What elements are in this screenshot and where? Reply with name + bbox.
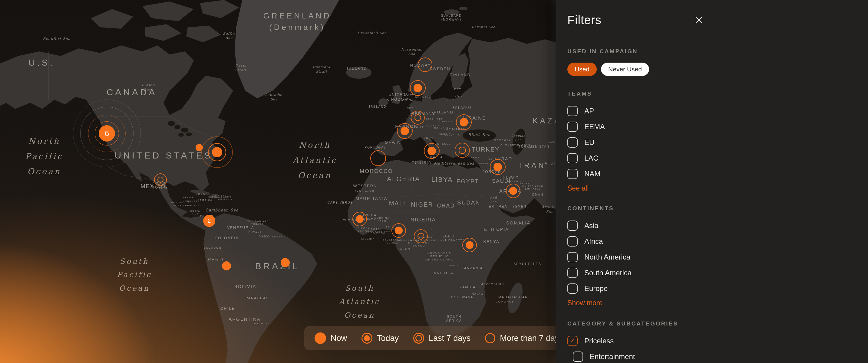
checkbox-icon[interactable] — [567, 252, 578, 262]
teams-list: APEEMAEULACNAM — [567, 103, 868, 182]
checkbox-label: Asia — [584, 222, 598, 230]
filters-panel: Filters USED IN CAMPAIGN UsedNever Used … — [556, 0, 868, 363]
team-ap[interactable]: AP — [567, 103, 868, 119]
marker-dot — [466, 241, 473, 249]
checkbox-icon[interactable] — [567, 106, 578, 116]
checkbox-label: North America — [584, 253, 630, 261]
legend-older-icon — [485, 333, 495, 343]
checkbox-icon[interactable] — [567, 122, 578, 132]
section-teams: TEAMS — [567, 91, 868, 97]
show-more-link[interactable]: Show more — [567, 299, 602, 307]
cluster-count: 2 — [208, 218, 211, 224]
team-eema[interactable]: EEMA — [567, 119, 868, 135]
checkbox-label: Entertainment — [590, 353, 635, 361]
pill-never-used[interactable]: Never Used — [601, 63, 649, 76]
checkbox-icon[interactable] — [567, 268, 578, 278]
world-map[interactable]: North Pacific OceanNorth Atlantic OceanS… — [0, 0, 556, 363]
checkbox-label: Priceless — [584, 337, 614, 345]
section-used-in-campaign: USED IN CAMPAIGN — [567, 48, 868, 55]
used-pills: UsedNever Used — [567, 63, 868, 76]
marker-dot — [428, 147, 436, 155]
checkbox-label: NAM — [584, 170, 600, 178]
checkbox-label: South America — [584, 269, 631, 277]
section-continents: CONTINENTS — [567, 205, 868, 212]
marker-ring — [418, 58, 432, 72]
legend-item-now: Now — [315, 332, 347, 344]
continent-europe[interactable]: Europe — [567, 281, 868, 296]
app: North Pacific OceanNorth Atlantic OceanS… — [0, 0, 868, 363]
team-nam[interactable]: NAM — [567, 166, 868, 182]
continent-north-america[interactable]: North America — [567, 249, 868, 265]
legend-item-today: Today — [362, 333, 399, 344]
legend-label: Last 7 days — [429, 334, 470, 343]
marker-dot — [509, 187, 517, 195]
checkbox-icon[interactable] — [567, 236, 578, 246]
continent-asia[interactable]: Asia — [567, 218, 868, 234]
category-priceless[interactable]: Priceless — [567, 333, 868, 349]
checkbox-icon[interactable] — [567, 169, 578, 179]
legend-items: NowTodayLast 7 daysMore than 7 days ago — [315, 332, 556, 344]
marker-ring — [370, 150, 386, 166]
legend-item-last7: Last 7 days — [413, 333, 470, 344]
continents-list: AsiaAfricaNorth AmericaSouth AmericaEuro… — [567, 218, 868, 296]
checkbox-label: Europe — [584, 284, 608, 293]
team-eu[interactable]: EU — [567, 135, 868, 150]
marker-dot — [494, 163, 502, 171]
marker-ring — [459, 147, 466, 154]
marker-dot — [222, 261, 231, 270]
marker-dot — [281, 258, 290, 267]
checkbox-icon[interactable] — [567, 153, 578, 163]
continent-africa[interactable]: Africa — [567, 234, 868, 249]
legend-today-icon — [362, 333, 372, 344]
checkbox-label: LAC — [584, 154, 598, 162]
marker-dot — [356, 215, 364, 223]
checkbox-icon[interactable] — [567, 221, 578, 231]
marker-dot — [401, 127, 409, 135]
legend-label: Today — [377, 334, 399, 343]
team-lac[interactable]: LAC — [567, 150, 868, 166]
panel-title: Filters — [567, 13, 704, 27]
checkbox-label: Africa — [584, 237, 603, 245]
marker-ring — [157, 177, 163, 183]
marker-ring — [417, 233, 424, 239]
filters-header: Filters — [567, 13, 704, 27]
checkbox-label: EU — [584, 138, 594, 147]
map-markers: 62 — [0, 0, 556, 363]
continent-south-america[interactable]: South America — [567, 265, 868, 281]
cluster-count: 6 — [105, 129, 109, 138]
marker-dot — [212, 147, 222, 157]
marker-dot — [460, 118, 468, 127]
checkbox-icon[interactable] — [567, 137, 578, 147]
checkbox-label: EEMA — [584, 123, 605, 131]
legend-item-older: More than 7 days ago — [485, 333, 556, 343]
see-all-link[interactable]: See all — [567, 184, 589, 192]
pill-used[interactable]: Used — [567, 63, 597, 76]
marker-dot — [413, 84, 422, 92]
legend-label: Now — [331, 334, 347, 343]
checkbox-icon[interactable] — [567, 284, 578, 294]
marker-ring — [414, 114, 421, 121]
marker-dot — [395, 227, 403, 234]
legend-last7-icon — [413, 333, 424, 344]
checkbox-checked-icon[interactable] — [567, 336, 578, 346]
category-list: PricelessEntertainment — [567, 333, 868, 363]
section-category: CATEGORY & SUBCATEGORIES — [567, 320, 868, 327]
checkbox-icon[interactable] — [573, 352, 583, 362]
checkbox-label: AP — [584, 107, 594, 115]
map-legend: NowTodayLast 7 daysMore than 7 days ago — [304, 326, 556, 350]
close-icon[interactable] — [694, 15, 704, 25]
legend-now-icon — [315, 332, 326, 344]
legend-label: More than 7 days ago — [500, 334, 556, 343]
category-entertainment[interactable]: Entertainment — [573, 349, 868, 363]
